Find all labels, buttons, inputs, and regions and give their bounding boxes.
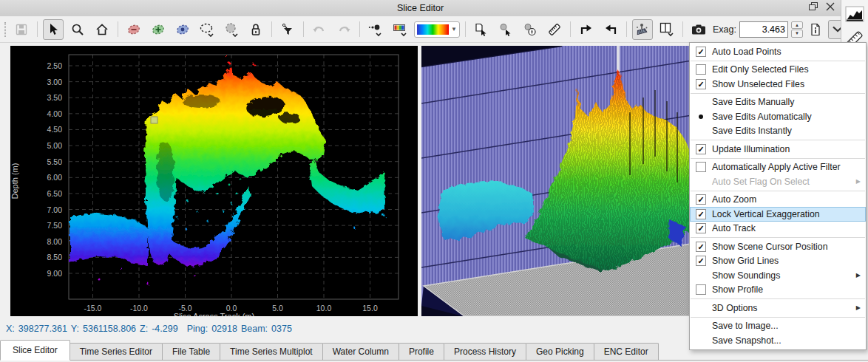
y-tick-label: 9.00 xyxy=(18,269,62,278)
menu-item-update-illumination[interactable]: ✓Update Illumination xyxy=(690,142,866,157)
menu-item-label: Show Scene Cursor Position xyxy=(712,242,828,252)
tab-slice-editor[interactable]: Slice Editor xyxy=(0,340,70,361)
measure-button[interactable] xyxy=(544,19,565,40)
checkmark-icon: ✓ xyxy=(690,223,712,233)
menu-item-save-edits-automatically[interactable]: Save Edits Automatically xyxy=(690,109,866,124)
select-cursor-button[interactable] xyxy=(43,19,64,40)
menu-item-show-profile[interactable]: Show Profile xyxy=(690,283,866,298)
color-by-button[interactable] xyxy=(390,19,410,40)
status-z-label: Z: xyxy=(140,324,148,334)
tab-time-series-editor[interactable]: Time Series Editor xyxy=(69,343,163,360)
lasso-select-button[interactable] xyxy=(197,19,217,40)
checkmark-icon: ✓ xyxy=(690,194,712,205)
circle-select-button[interactable] xyxy=(221,19,242,40)
snapshot-camera-button[interactable] xyxy=(688,19,709,40)
menu-item-show-unselected-files[interactable]: ✓Show Unselected Files xyxy=(690,77,866,92)
y-tick-label: 6.50 xyxy=(18,189,62,198)
histogram-icon[interactable] xyxy=(844,3,866,25)
checkmark-icon: ✓ xyxy=(690,79,712,89)
menu-item-label: Auto Zoom xyxy=(712,194,756,205)
menu-item-save-snapshot-[interactable]: Save Snapshot... xyxy=(690,333,866,348)
y-tick-label: 6.00 xyxy=(18,173,62,182)
tab-profile[interactable]: Profile xyxy=(399,343,444,360)
check-column xyxy=(690,162,712,172)
float-window-icon[interactable] xyxy=(809,2,818,11)
checkmark-icon: ✓ xyxy=(690,144,712,154)
menu-item-save-edits-instantly[interactable]: Save Edits Instantly xyxy=(690,124,866,139)
flag-pages-button[interactable] xyxy=(657,19,677,40)
x-tick-label: -15.0 xyxy=(75,304,112,313)
menu-item-auto-track[interactable]: ✓Auto Track xyxy=(690,222,866,236)
toolbar-drag-handle[interactable] xyxy=(4,22,6,37)
point-size-button[interactable] xyxy=(365,19,386,40)
undo-button[interactable] xyxy=(309,19,330,40)
x-tick-label: 10.0 xyxy=(305,304,342,313)
filter-button[interactable] xyxy=(277,19,298,40)
menu-item-lock-vertical-exaggeration[interactable]: ✓Lock Vertical Exaggeration xyxy=(690,207,866,222)
menu-item-label: Automatically Apply Active Filter xyxy=(712,162,841,172)
scene-cursor-marker xyxy=(151,117,157,123)
menu-separator xyxy=(691,158,865,159)
menu-item-show-scene-cursor-position[interactable]: ✓Show Scene Cursor Position xyxy=(690,239,866,254)
status-beam-value: 0375 xyxy=(271,324,292,334)
title-bar: Slice Editor xyxy=(0,0,841,17)
menu-item-automatically-apply-active-filter[interactable]: Automatically Apply Active Filter xyxy=(690,160,866,175)
status-x-value: 398277.361 xyxy=(18,324,67,334)
exaggeration-group: Exag: ▲▼ xyxy=(713,20,847,39)
slice-2d-view[interactable]: Depth (m) Slice Across Track (m) 2.503.0… xyxy=(10,46,418,316)
menu-item-auto-load-points[interactable]: ✓Auto Load Points xyxy=(690,44,866,59)
zoom-button[interactable] xyxy=(67,19,88,40)
colormap-combobox[interactable]: ▼ xyxy=(414,21,460,38)
colormap-gradient xyxy=(417,24,449,35)
y-tick-label: 2.50 xyxy=(18,61,62,70)
menu-item-auto-zoom[interactable]: ✓Auto Zoom xyxy=(690,193,866,208)
menu-item-save-to-image-[interactable]: Save to Image... xyxy=(690,319,866,334)
y-tick-label: 7.50 xyxy=(18,221,62,230)
menu-separator xyxy=(691,237,865,238)
toolbar: ▼ Exag: xyxy=(0,16,841,43)
next-slice-button[interactable] xyxy=(576,19,597,40)
menu-item-save-edits-manually[interactable]: Save Edits Manually xyxy=(690,95,866,110)
pick-sounding-button[interactable] xyxy=(495,19,516,40)
menu-item-show-soundings[interactable]: Show Soundings▶ xyxy=(690,268,866,283)
y-tick-label: 8.00 xyxy=(18,237,62,246)
check-column xyxy=(690,284,712,295)
home-view-button[interactable] xyxy=(92,19,112,40)
close-icon[interactable] xyxy=(826,2,835,11)
menu-item-edit-only-selected-files[interactable]: Edit Only Selected Files xyxy=(690,63,866,78)
x-tick-label: -5.0 xyxy=(167,304,204,313)
lock-selection-button[interactable] xyxy=(245,19,266,40)
tab-file-table[interactable]: File Table xyxy=(162,343,220,360)
reject-selection-button[interactable] xyxy=(123,19,144,40)
spray-edit-button[interactable] xyxy=(632,19,653,40)
menu-item-show-grid-lines[interactable]: ✓Show Grid Lines xyxy=(690,254,866,269)
status-z-value: -4.299 xyxy=(152,324,177,334)
status-ping-value: 02918 xyxy=(211,324,237,334)
menu-item-label: Edit Only Selected Files xyxy=(712,64,809,75)
menu-item-auto-set-flag-on-select: Auto Set Flag On Select▶ xyxy=(690,174,866,189)
exag-label: Exag: xyxy=(713,24,736,35)
pick-file-button[interactable] xyxy=(471,19,492,40)
menu-item-3d-options[interactable]: 3D Options▶ xyxy=(690,301,866,315)
previous-slice-button[interactable] xyxy=(600,19,621,40)
x-tick-label: 5.0 xyxy=(260,304,296,313)
exag-input[interactable] xyxy=(739,21,788,38)
tab-time-series-multiplot[interactable]: Time Series Multiplot xyxy=(220,343,323,360)
menu-item-label: Auto Load Points xyxy=(712,47,781,57)
tab-enc-editor[interactable]: ENC Editor xyxy=(594,343,659,360)
tab-process-history[interactable]: Process History xyxy=(444,343,526,360)
menu-separator xyxy=(691,191,865,191)
tab-water-column[interactable]: Water Column xyxy=(322,343,399,360)
exag-spinner[interactable]: ▲▼ xyxy=(791,21,803,38)
status-beam-label: Beam: xyxy=(241,324,268,334)
pick-position-button[interactable] xyxy=(520,19,540,40)
slice-editor-window: Slice Editor xyxy=(0,0,868,362)
info-button[interactable] xyxy=(806,20,825,39)
select-points-button[interactable] xyxy=(172,19,193,40)
tab-geo-picking[interactable]: Geo Picking xyxy=(526,343,594,360)
menu-item-label: Auto Set Flag On Select xyxy=(712,177,810,187)
save-button[interactable] xyxy=(11,19,32,40)
redo-button[interactable] xyxy=(333,19,354,40)
accept-selection-button[interactable] xyxy=(148,19,169,40)
checkmark-icon: ✓ xyxy=(690,256,712,266)
